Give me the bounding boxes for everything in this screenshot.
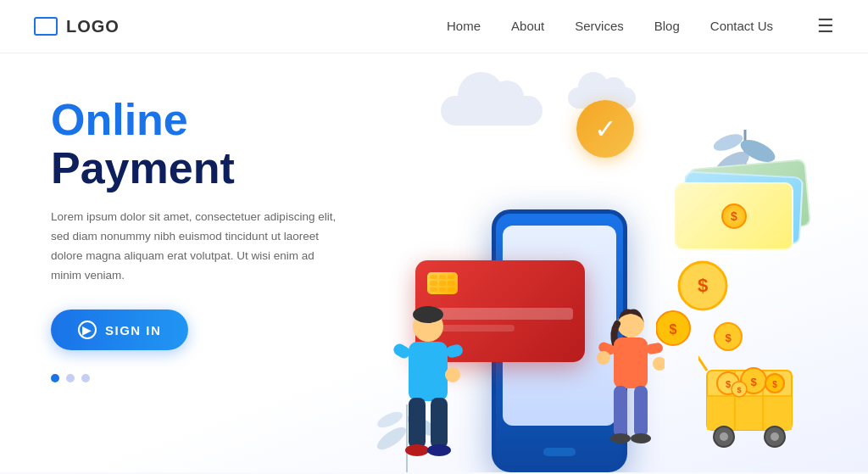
- svg-rect-11: [409, 342, 448, 401]
- svg-text:$: $: [737, 386, 741, 394]
- person-woman: [597, 303, 665, 464]
- coin-3: $: [721, 204, 747, 229]
- hero-section: Online Payment Lorem ipsum dolor sit ame…: [0, 53, 868, 472]
- check-badge: ✓: [576, 100, 634, 158]
- svg-text:$: $: [726, 379, 731, 389]
- svg-text:$: $: [750, 376, 757, 388]
- svg-point-19: [413, 306, 443, 323]
- sign-in-label: SIGN IN: [105, 323, 161, 337]
- carousel-dots: [51, 374, 373, 382]
- navbar: LOGO Home About Services Blog Contact Us…: [0, 0, 868, 53]
- nav-contact[interactable]: Contact Us: [710, 19, 773, 33]
- svg-point-33: [597, 351, 610, 365]
- logo-text: LOGO: [66, 17, 120, 36]
- cloud-1: [441, 96, 542, 125]
- svg-line-41: [698, 345, 707, 371]
- svg-rect-34: [645, 342, 664, 354]
- logo[interactable]: LOGO: [34, 17, 120, 36]
- sign-in-icon: ▶: [78, 321, 97, 339]
- title-payment: Payment: [51, 144, 373, 192]
- svg-point-35: [653, 357, 665, 371]
- shopping-cart: $ $ $ $: [698, 337, 809, 455]
- svg-point-14: [445, 367, 460, 382]
- checkmark-icon: ✓: [594, 113, 617, 145]
- svg-rect-16: [431, 398, 448, 449]
- svg-rect-15: [409, 398, 426, 449]
- svg-point-30: [610, 433, 631, 443]
- svg-point-46: [771, 432, 779, 441]
- sign-in-button[interactable]: ▶ SIGN IN: [51, 309, 188, 350]
- nav-services[interactable]: Services: [575, 19, 624, 33]
- svg-text:$: $: [698, 275, 708, 296]
- phone-home-button: [543, 448, 576, 456]
- hamburger-icon[interactable]: ☰: [817, 15, 834, 36]
- svg-point-45: [720, 432, 728, 441]
- card-chip: [427, 272, 458, 294]
- dot-2[interactable]: [66, 374, 75, 382]
- svg-point-31: [631, 433, 651, 443]
- nav-home[interactable]: Home: [447, 19, 481, 33]
- svg-text:$: $: [772, 380, 777, 389]
- person-man: [390, 303, 466, 472]
- svg-rect-37: [707, 396, 792, 430]
- svg-point-17: [405, 444, 429, 456]
- bill-3: $: [675, 182, 793, 250]
- svg-rect-29: [634, 386, 648, 437]
- nav-blog[interactable]: Blog: [654, 19, 680, 33]
- svg-point-4: [711, 131, 744, 153]
- svg-rect-28: [614, 386, 627, 437]
- hero-description: Lorem ipsum dolor sit amet, consectetuer…: [51, 208, 339, 286]
- hero-left: Online Payment Lorem ipsum dolor sit ame…: [51, 79, 373, 382]
- hero-illustration: ✓: [373, 79, 834, 472]
- dot-1[interactable]: [51, 374, 59, 382]
- dot-3[interactable]: [81, 374, 90, 382]
- nav-about[interactable]: About: [511, 19, 544, 33]
- title-online: Online: [51, 96, 373, 144]
- logo-icon: [34, 17, 58, 36]
- nav-links: Home About Services Blog Contact Us ☰: [447, 15, 834, 37]
- svg-point-18: [427, 444, 451, 456]
- svg-text:$: $: [670, 322, 677, 337]
- svg-rect-27: [614, 337, 648, 388]
